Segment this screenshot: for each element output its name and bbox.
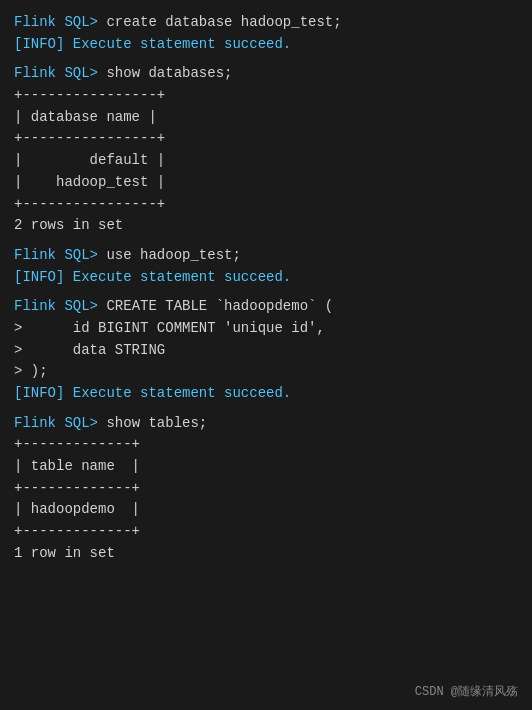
blank-line — [14, 288, 518, 296]
table-border-line: +----------------+ — [14, 194, 518, 216]
blank-line — [14, 237, 518, 245]
terminal-line: Flink SQL> create database hadoop_test; — [14, 12, 518, 34]
command-text: use hadoop_test; — [106, 247, 240, 263]
rows-info-line: 1 row in set — [14, 543, 518, 565]
terminal-line: Flink SQL> show databases; — [14, 63, 518, 85]
terminal-line: Flink SQL> use hadoop_test; — [14, 245, 518, 267]
command-text: CREATE TABLE `hadoopdemo` ( — [106, 298, 333, 314]
table-border-line: +-------------+ — [14, 478, 518, 500]
watermark: CSDN @随缘清风殇 — [415, 683, 518, 700]
continuation-line: > ); — [14, 361, 518, 383]
table-border-line: +-------------+ — [14, 434, 518, 456]
table-row-line: | database name | — [14, 107, 518, 129]
terminal-window: Flink SQL> create database hadoop_test;[… — [0, 0, 532, 710]
command-text: show tables; — [106, 415, 207, 431]
continuation-line: > data STRING — [14, 340, 518, 362]
terminal-line: Flink SQL> CREATE TABLE `hadoopdemo` ( — [14, 296, 518, 318]
table-border-line: +----------------+ — [14, 128, 518, 150]
table-row-line: | hadoopdemo | — [14, 499, 518, 521]
table-row-line: | default | — [14, 150, 518, 172]
prompt-text: Flink SQL> — [14, 415, 106, 431]
table-border-line: +-------------+ — [14, 521, 518, 543]
prompt-text: Flink SQL> — [14, 298, 106, 314]
blank-line — [14, 55, 518, 63]
rows-info-line: 2 rows in set — [14, 215, 518, 237]
command-text: create database hadoop_test; — [106, 14, 341, 30]
continuation-line: > id BIGINT COMMENT 'unique id', — [14, 318, 518, 340]
info-line: [INFO] Execute statement succeed. — [14, 383, 518, 405]
prompt-text: Flink SQL> — [14, 247, 106, 263]
table-row-line: | table name | — [14, 456, 518, 478]
command-text: show databases; — [106, 65, 232, 81]
prompt-text: Flink SQL> — [14, 14, 106, 30]
info-line: [INFO] Execute statement succeed. — [14, 34, 518, 56]
blank-line — [14, 405, 518, 413]
info-line: [INFO] Execute statement succeed. — [14, 267, 518, 289]
table-border-line: +----------------+ — [14, 85, 518, 107]
prompt-text: Flink SQL> — [14, 65, 106, 81]
table-row-line: | hadoop_test | — [14, 172, 518, 194]
terminal-line: Flink SQL> show tables; — [14, 413, 518, 435]
